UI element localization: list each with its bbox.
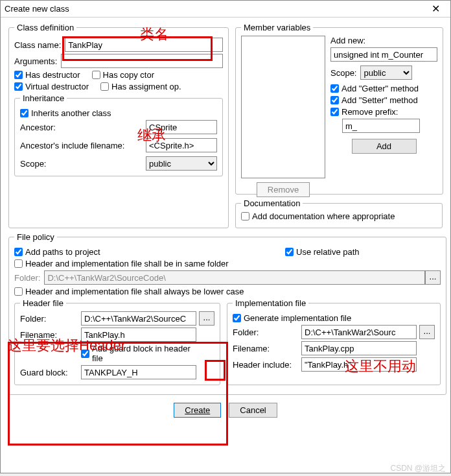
add-paths-checkbox[interactable] [14,248,23,256]
lowercase-label: Header and implementation file shall alw… [25,287,244,296]
member-variables-legend: Member variables [241,23,313,32]
gen-impl-checkbox[interactable] [233,314,241,322]
documentation-group: Documentation Add documentation where ap… [235,198,443,228]
add-member-button[interactable]: Add [352,139,417,154]
policy-folder-input [44,270,425,285]
file-policy-group: File policy Add paths to project Use rel… [8,232,446,395]
impl-file-legend: Implementation file [233,298,308,308]
use-relative-checkbox[interactable] [285,248,294,256]
header-folder-label: Folder: [20,314,78,324]
policy-folder-label: Folder: [14,273,40,283]
gen-impl-label: Generate implementation file [244,313,351,323]
add-doc-checkbox[interactable] [241,212,249,220]
guard-block-checkbox[interactable] [81,350,89,358]
close-icon[interactable]: ✕ [424,3,446,15]
inheritance-legend: Inheritance [20,93,67,103]
member-scope-select[interactable]: public [360,65,412,80]
remove-prefix-input[interactable] [342,119,420,133]
header-include-input[interactable] [301,357,417,372]
inheritance-group: Inheritance Inherits another class Ances… [14,93,223,176]
ancestor-input[interactable] [146,120,217,134]
ancestor-include-label: Ancestor's include filename: [20,141,141,150]
cancel-button[interactable]: Cancel [229,403,277,418]
class-definition-legend: Class definition [14,23,76,32]
ancestor-include-input[interactable] [146,138,217,152]
member-scope-label: Scope: [330,68,356,78]
dialog-window: Create new class ✕ Class definition Clas… [0,0,451,473]
classname-input[interactable] [65,38,223,52]
has-copy-ctor-checkbox[interactable] [92,71,100,79]
has-copy-ctor-label: Has copy ctor [103,70,154,80]
header-folder-browse-button[interactable]: ... [199,311,214,326]
guard-block-cb-label: Add guard block in header file [92,344,203,363]
ancestor-label: Ancestor: [20,123,141,132]
addnew-input[interactable] [330,47,437,62]
impl-file-group: Implementation file Generate implementat… [227,298,441,385]
header-file-group: Header file Folder: ... Filename: Add gu… [14,298,220,385]
window-title: Create new class [5,4,424,14]
getter-label: Add "Getter" method [341,84,419,93]
file-policy-legend: File policy [14,232,57,242]
header-folder-input[interactable] [81,311,196,326]
watermark: CSDN @游坦之 [390,463,446,474]
inherits-label: Inherits another class [31,108,111,118]
impl-filename-input[interactable] [301,341,417,355]
impl-filename-label: Filename: [233,344,299,353]
header-filename-input[interactable] [81,327,196,342]
documentation-legend: Documentation [241,198,303,208]
use-relative-label: Use relative path [296,247,360,257]
member-variables-group: Member variables Remove Add new: [235,23,443,195]
guard-block-input[interactable] [81,365,196,379]
classname-label: Class name: [14,40,61,50]
class-definition-group: Class definition Class name: Arguments: … [8,23,229,228]
lowercase-checkbox[interactable] [14,287,23,296]
inherit-scope-label: Scope: [20,159,141,169]
has-assignment-label: Has assigment op. [111,82,181,91]
has-destructor-checkbox[interactable] [14,71,23,79]
arguments-label: Arguments: [14,56,57,66]
content-area: Class definition Class name: Arguments: … [1,18,450,473]
header-filename-label: Filename: [20,330,78,340]
policy-folder-browse-button[interactable]: ... [425,270,441,285]
virtual-destructor-checkbox[interactable] [14,82,23,91]
has-assignment-checkbox[interactable] [100,82,109,91]
inherit-scope-select[interactable]: public [146,156,217,171]
arguments-input[interactable] [61,54,223,68]
getter-checkbox[interactable] [330,84,339,93]
remove-prefix-label: Remove prefix: [341,107,398,117]
same-folder-label: Header and implementation file shall be … [25,259,229,268]
impl-folder-label: Folder: [233,327,299,337]
remove-prefix-checkbox[interactable] [330,108,339,116]
setter-checkbox[interactable] [330,96,339,104]
setter-label: Add "Setter" method [341,95,418,105]
has-destructor-label: Has destructor [25,70,80,80]
titlebar: Create new class ✕ [1,1,450,18]
create-button[interactable]: Create [174,403,221,418]
header-file-legend: Header file [20,298,66,308]
addnew-label: Add new: [330,36,437,45]
impl-folder-browse-button[interactable]: ... [419,325,435,339]
add-paths-label: Add paths to project [25,247,100,257]
remove-member-button[interactable]: Remove [257,182,310,197]
same-folder-checkbox[interactable] [14,259,23,268]
header-include-label: Header include: [233,360,299,370]
inherits-checkbox[interactable] [20,109,29,117]
member-listbox[interactable] [241,36,325,178]
virtual-destructor-label: Virtual destructor [25,82,89,91]
add-doc-label: Add documentation where appropriate [252,211,395,221]
guard-block-label: Guard block: [20,368,78,377]
impl-folder-input[interactable] [301,325,417,339]
